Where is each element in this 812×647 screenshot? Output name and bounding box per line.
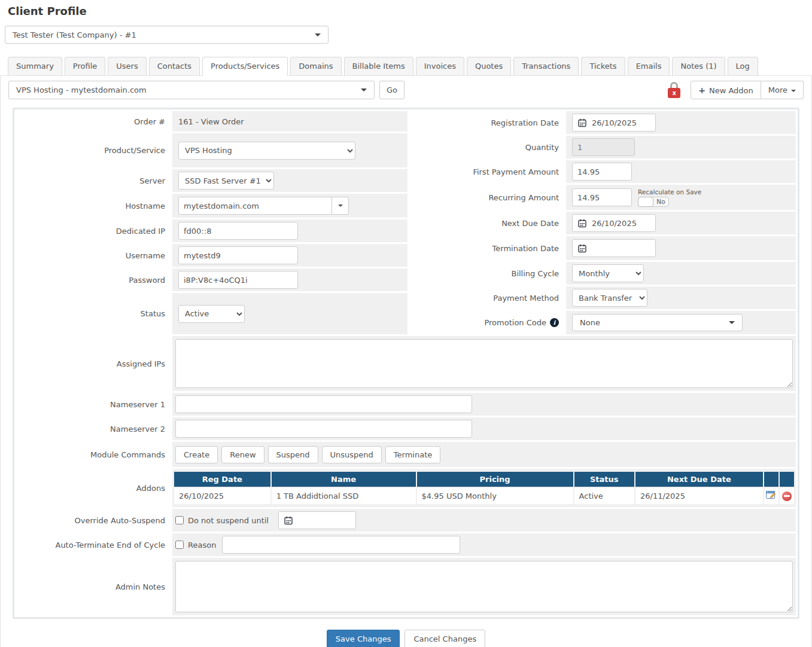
nameserver1-input[interactable]	[175, 395, 472, 413]
auto-terminate-reason-input[interactable]	[222, 536, 460, 554]
form-row-payment-method: Payment Method Bank Transfer	[409, 286, 796, 309]
tab-transactions[interactable]: Transactions	[513, 57, 579, 75]
calendar-icon	[284, 516, 293, 525]
delete-addon-icon[interactable]	[782, 492, 792, 501]
chevron-down-icon	[338, 205, 343, 207]
tab-tickets[interactable]: Tickets	[581, 57, 625, 75]
payment-method-select[interactable]: Bank Transfer	[572, 289, 647, 307]
addon-next-due-date: 26/11/2025	[635, 488, 763, 504]
chevron-down-icon	[791, 90, 796, 92]
promotion-code-dropdown[interactable]: None	[572, 314, 743, 331]
registration-date-label: Registration Date	[409, 111, 566, 134]
do-not-suspend-checkbox[interactable]	[175, 516, 184, 524]
service-toolbar: VPS Hosting - mytestdomain.com Go x +New…	[1, 76, 811, 105]
dedicated-ip-input[interactable]	[178, 222, 298, 240]
tab-domains[interactable]: Domains	[290, 57, 341, 75]
form-row-password: Password	[16, 268, 407, 291]
module-renew-button[interactable]: Renew	[221, 446, 264, 463]
override-auto-suspend-label: Override Auto-Suspend	[16, 509, 172, 532]
service-selector-value: VPS Hosting - mytestdomain.com	[16, 86, 147, 94]
form-actions: Save Changes Cancel Changes	[1, 630, 811, 647]
addons-col-name: Name	[272, 472, 416, 487]
nameserver2-input[interactable]	[175, 420, 472, 438]
auto-terminate-reason-label: Reason	[188, 541, 216, 550]
tab-contacts[interactable]: Contacts	[149, 57, 200, 75]
suspend-until-date-input[interactable]	[278, 511, 356, 529]
billing-cycle-label: Billing Cycle	[409, 262, 566, 285]
first-payment-amount-input[interactable]	[572, 163, 632, 181]
go-button[interactable]: Go	[379, 81, 405, 99]
form-row-server: Server SSD Fast Server #1	[16, 169, 407, 192]
service-selector-dropdown[interactable]: VPS Hosting - mytestdomain.com	[8, 81, 375, 99]
next-due-date-input[interactable]: 26/10/2025	[572, 214, 656, 232]
tab-profile[interactable]: Profile	[65, 57, 105, 75]
tab-emails[interactable]: Emails	[628, 57, 670, 75]
form-row-status: Status Active	[16, 293, 407, 334]
module-create-button[interactable]: Create	[175, 446, 218, 463]
module-terminate-button[interactable]: Terminate	[385, 446, 440, 463]
hostname-label: Hostname	[16, 194, 172, 218]
more-button[interactable]: More	[761, 81, 804, 99]
form-row-quantity: Quantity	[409, 136, 796, 158]
quantity-input	[572, 138, 635, 156]
recurring-amount-input[interactable]	[572, 188, 632, 206]
username-input[interactable]	[178, 246, 298, 264]
billing-cycle-select[interactable]: Monthly	[572, 264, 644, 282]
tab-users[interactable]: Users	[108, 57, 146, 75]
chevron-down-icon	[315, 33, 321, 36]
module-unsuspend-button[interactable]: Unsuspend	[322, 446, 382, 463]
tab-summary[interactable]: Summary	[8, 57, 62, 75]
client-selector-dropdown[interactable]: Test Tester (Test Company) - #1	[5, 26, 329, 44]
status-select[interactable]: Active	[178, 305, 245, 323]
form-row-promotion-code: Promotion Code i None	[409, 311, 796, 334]
tab-content: VPS Hosting - mytestdomain.com Go x +New…	[0, 75, 812, 647]
form-row-admin-notes: Admin Notes	[16, 558, 796, 615]
tab-products-services[interactable]: Products/Services	[202, 57, 288, 76]
username-label: Username	[16, 244, 172, 267]
addons-table: Reg Date Name Pricing Status Next Due Da…	[173, 471, 795, 505]
module-suspend-button[interactable]: Suspend	[268, 446, 318, 463]
server-select[interactable]: SSD Fast Server #1	[178, 172, 274, 190]
tab-invoices[interactable]: Invoices	[416, 57, 464, 75]
addon-reg-date: 26/10/2025	[174, 488, 270, 504]
profile-tabs: Summary Profile Users Contacts Products/…	[8, 57, 812, 75]
form-row-nameserver1: Nameserver 1	[16, 393, 796, 416]
admin-notes-textarea[interactable]	[175, 561, 793, 612]
do-not-suspend-label: Do not suspend until	[188, 516, 269, 525]
view-order-link[interactable]: View Order	[201, 117, 244, 126]
server-label: Server	[16, 169, 172, 192]
hostname-dropdown-toggle[interactable]	[332, 197, 349, 215]
cancel-changes-button[interactable]: Cancel Changes	[405, 630, 485, 647]
assigned-ips-textarea[interactable]	[175, 339, 793, 388]
tab-billable-items[interactable]: Billable Items	[344, 57, 413, 75]
tab-notes[interactable]: Notes (1)	[672, 57, 725, 75]
recalculate-toggle[interactable]: No	[638, 197, 669, 207]
auto-terminate-checkbox[interactable]	[175, 541, 184, 549]
termination-date-input[interactable]	[572, 239, 656, 257]
addons-col-delete	[780, 472, 794, 487]
addons-col-edit	[764, 472, 778, 487]
new-addon-button[interactable]: +New Addon	[691, 81, 761, 99]
form-row-termination-date: Termination Date	[409, 236, 796, 260]
addons-col-pricing: Pricing	[417, 472, 573, 487]
save-changes-button[interactable]: Save Changes	[327, 630, 400, 647]
addons-col-reg-date: Reg Date	[174, 472, 270, 487]
product-service-select[interactable]: VPS Hosting	[178, 142, 355, 160]
hostname-input[interactable]	[178, 197, 332, 215]
form-row-first-payment-amount: First Payment Amount	[409, 160, 796, 183]
chevron-down-icon	[729, 321, 735, 324]
recurring-amount-label: Recurring Amount	[409, 185, 566, 210]
edit-addon-icon[interactable]	[766, 490, 776, 502]
service-details-panel: Order # 161 - View Order Product/Service…	[13, 108, 799, 619]
admin-notes-label: Admin Notes	[16, 558, 172, 615]
registration-date-input[interactable]: 26/10/2025	[572, 114, 656, 132]
password-input[interactable]	[178, 271, 298, 289]
form-row-registration-date: Registration Date 26/10/2025	[409, 111, 796, 134]
info-icon[interactable]: i	[550, 318, 559, 327]
tab-log[interactable]: Log	[728, 57, 758, 75]
addon-pricing: $4.95 USD Monthly	[417, 488, 573, 504]
ssl-lock-error-icon[interactable]: x	[668, 82, 681, 98]
calendar-icon	[578, 219, 586, 228]
tab-quotes[interactable]: Quotes	[467, 57, 511, 75]
form-row-order: Order # 161 - View Order	[16, 111, 407, 132]
